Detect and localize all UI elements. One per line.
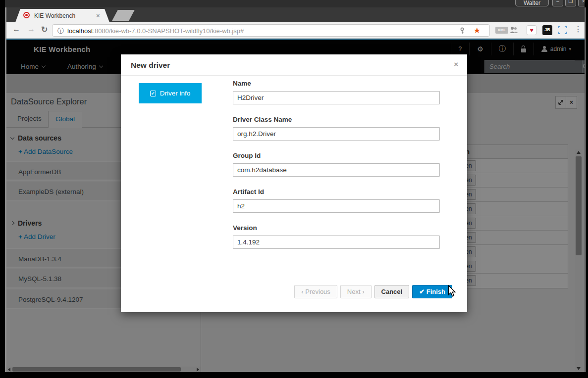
minimize-button[interactable]: – (552, 0, 563, 6)
name-field[interactable] (233, 91, 440, 104)
screen: Walter – ❒ × KIE Workbench × ← → ↻ ⓘ loc… (0, 0, 588, 378)
driver-class-label: Driver Class Name (233, 116, 440, 123)
form-group-artifact-id: Artifact Id (233, 188, 440, 213)
driver-form: Name Driver Class Name Group Id Artifact… (233, 80, 440, 260)
bookmark-star-icon[interactable]: ★ (474, 26, 481, 35)
new-driver-modal: New driver × ✔ Driver info Name Driver C… (121, 54, 467, 312)
mouse-cursor-icon (447, 285, 456, 299)
browser-toolbar: ← → ↻ ⓘ localhost:8080/kie-wb-7.0.0-SNAP… (6, 22, 585, 39)
modal-footer: ‹ Previous Next › Cancel ✔ Finish (294, 285, 452, 298)
check-icon: ✔ (419, 288, 425, 295)
window-title: Walter (515, 0, 549, 6)
maximize-button[interactable]: ❒ (565, 0, 576, 6)
form-group-group-id: Group Id (233, 152, 440, 177)
heart-extension-icon[interactable]: ♥ (527, 25, 536, 35)
cancel-button[interactable]: Cancel (374, 285, 410, 298)
artifact-id-label: Artifact Id (233, 188, 440, 195)
modal-close-icon[interactable]: × (454, 60, 458, 68)
window-titlebar: Walter – ❒ × (5, 0, 585, 7)
version-label: Version (233, 224, 440, 232)
chevron-right-icon: › (362, 288, 364, 295)
url-bar[interactable]: ⓘ localhost:8080/kie-wb-7.0.0-SNAPSHOT-w… (52, 24, 490, 37)
url-path: :8080/kie-wb-7.0.0-SNAPSHOT-wildfly10/ki… (93, 27, 244, 35)
reload-icon[interactable]: ↻ (41, 25, 48, 34)
modal-header: New driver × (121, 54, 467, 76)
artifact-id-field[interactable] (233, 199, 440, 213)
new-tab-button[interactable] (112, 10, 135, 21)
key-icon[interactable] (459, 27, 466, 36)
frame-extension-icon[interactable] (558, 26, 567, 36)
url-text: localhost:8080/kie-wb-7.0.0-SNAPSHOT-wil… (67, 27, 244, 35)
jb-extension-icon[interactable]: JB (542, 25, 552, 35)
chevron-left-icon: ‹ (301, 288, 303, 295)
finish-button[interactable]: ✔ Finish (412, 285, 452, 298)
back-icon[interactable]: ← (12, 25, 20, 34)
xml-extension-icon[interactable]: XML (495, 27, 508, 34)
name-label: Name (233, 80, 440, 87)
close-button[interactable]: × (578, 0, 585, 6)
form-group-name: Name (233, 80, 440, 104)
tab-title: KIE Workbench (34, 12, 75, 19)
group-id-label: Group Id (233, 152, 440, 159)
forward-icon[interactable]: → (27, 25, 35, 34)
people-extension-icon[interactable] (509, 26, 519, 36)
page-info-icon[interactable]: ⓘ (57, 27, 64, 36)
checkbox-check-icon: ✔ (150, 91, 156, 96)
modal-title: New driver (131, 61, 170, 70)
browser-tabstrip: KIE Workbench × (6, 7, 585, 22)
tab-close-icon[interactable]: × (96, 12, 100, 19)
window-border-right (585, 7, 586, 372)
browser-menu-icon[interactable]: ⋮ (574, 24, 582, 34)
previous-button[interactable]: ‹ Previous (294, 285, 337, 298)
browser-tab[interactable]: KIE Workbench × (15, 9, 109, 22)
form-group-driver-class: Driver Class Name (233, 116, 440, 141)
group-id-field[interactable] (233, 163, 440, 177)
driver-class-field[interactable] (233, 127, 440, 141)
wizard-step-driver-info[interactable]: ✔ Driver info (139, 83, 202, 103)
next-button[interactable]: Next › (340, 285, 372, 298)
url-host: localhost (67, 27, 93, 35)
page-viewport: KIE Workbench ? ⚙ ⓘ admin ▾ Home Authori… (6, 39, 585, 372)
favicon-icon (23, 12, 30, 18)
form-group-version: Version (233, 224, 440, 249)
version-field[interactable] (233, 236, 440, 249)
